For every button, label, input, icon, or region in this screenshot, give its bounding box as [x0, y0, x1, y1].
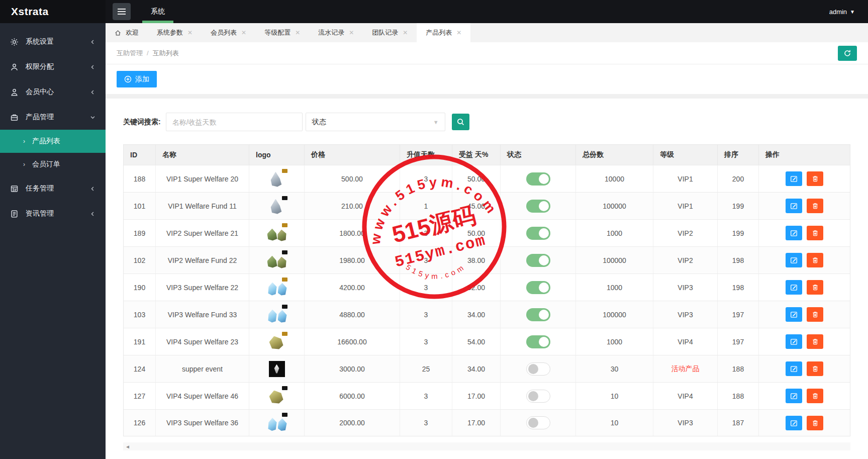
search-button[interactable] — [452, 114, 469, 130]
edit-button[interactable] — [786, 226, 802, 240]
topnav-item-system[interactable]: 系统 — [136, 0, 180, 23]
tab-label: 系统参数 — [157, 28, 183, 37]
sidebar-item-product-management[interactable]: 产品管理 — [0, 105, 106, 130]
keyword-search-input[interactable] — [166, 113, 303, 131]
cell-percent: 50.00 — [452, 220, 501, 246]
edit-button[interactable] — [786, 280, 802, 295]
status-toggle[interactable] — [526, 281, 550, 294]
status-toggle[interactable] — [526, 416, 550, 429]
cell-percent: 54.00 — [452, 328, 501, 355]
delete-button[interactable] — [807, 171, 823, 186]
delete-button[interactable] — [807, 361, 823, 376]
cell-price: 2000.00 — [305, 410, 400, 436]
close-icon[interactable]: ✕ — [403, 29, 408, 36]
cell-sort: 188 — [718, 383, 759, 409]
delete-button[interactable] — [807, 334, 823, 349]
status-select[interactable]: 状态 ▼ — [306, 113, 445, 131]
task-panel-icon — [10, 185, 19, 193]
status-toggle[interactable] — [526, 200, 550, 213]
tab[interactable]: 等级配置 ✕ — [255, 23, 309, 42]
cell-total: 100000 — [576, 247, 653, 273]
tab[interactable]: 流水记录 ✕ — [309, 23, 363, 42]
plus-circle-icon — [124, 75, 132, 83]
cell-percent: 34.00 — [452, 355, 501, 382]
sidebar-item-news-management[interactable]: 资讯管理 — [0, 201, 106, 226]
cell-id: 102 — [124, 247, 156, 273]
active-nav-underline — [142, 21, 173, 23]
cell-level: VIP3 — [653, 274, 718, 301]
cell-sort: 199 — [718, 220, 759, 246]
refresh-button[interactable] — [838, 46, 857, 61]
hamburger-menu-icon[interactable] — [113, 3, 131, 20]
sidebar-item-system-settings[interactable]: 系统设置 — [0, 29, 106, 54]
cell-price: 16600.00 — [305, 328, 400, 355]
status-toggle[interactable] — [526, 390, 550, 403]
delete-button[interactable] — [807, 389, 823, 403]
breadcrumb-parent[interactable]: 互助管理 — [117, 49, 143, 58]
status-toggle[interactable] — [526, 254, 550, 267]
status-toggle[interactable] — [526, 227, 550, 240]
close-icon[interactable]: ✕ — [349, 29, 354, 36]
cell-price: 1980.00 — [305, 247, 400, 273]
product-box-icon — [10, 113, 19, 122]
sidebar-item-label: 资讯管理 — [26, 209, 54, 218]
horizontal-scrollbar[interactable]: ◄ — [123, 442, 850, 450]
sidebar-item-task-management[interactable]: 任务管理 — [0, 176, 106, 201]
trash-icon — [812, 202, 819, 210]
refresh-icon — [843, 49, 851, 57]
tab[interactable]: 会员列表 ✕ — [202, 23, 255, 42]
cell-sort: 198 — [718, 247, 759, 273]
cell-total: 1000 — [576, 220, 653, 246]
edit-button[interactable] — [786, 199, 802, 213]
tab[interactable]: 欢迎 — [106, 23, 148, 42]
edit-icon — [790, 256, 798, 264]
add-button[interactable]: 添加 — [117, 71, 157, 87]
edit-button[interactable] — [786, 307, 802, 322]
chevron-down-icon — [90, 115, 95, 120]
edit-button[interactable] — [786, 361, 802, 376]
close-icon[interactable]: ✕ — [241, 29, 246, 36]
edit-button[interactable] — [786, 171, 802, 186]
tab[interactable]: 团队记录 ✕ — [363, 23, 417, 42]
sidebar-subitem-product-list[interactable]: › 产品列表 — [0, 130, 106, 153]
close-icon[interactable]: ✕ — [295, 29, 300, 36]
sidebar-item-permissions[interactable]: 权限分配 — [0, 54, 106, 79]
col-header-total: 总份数 — [576, 145, 653, 165]
edit-button[interactable] — [786, 416, 802, 430]
user-menu[interactable]: admin ▼ — [829, 0, 868, 23]
edit-button[interactable] — [786, 389, 802, 403]
cell-sort: 197 — [718, 328, 759, 355]
cell-name: VIP3 Welfare Fund 33 — [156, 301, 249, 328]
trash-icon — [812, 311, 819, 318]
submenu-arrow-icon: › — [23, 138, 25, 145]
status-toggle[interactable] — [526, 308, 550, 321]
product-logo-image — [265, 412, 288, 433]
delete-button[interactable] — [807, 253, 823, 267]
delete-button[interactable] — [807, 199, 823, 213]
scroll-left-arrow-icon[interactable]: ◄ — [125, 444, 130, 449]
edit-button[interactable] — [786, 334, 802, 349]
delete-button[interactable] — [807, 280, 823, 295]
status-toggle[interactable] — [526, 335, 550, 348]
sidebar-item-member-center[interactable]: 会员中心 — [0, 79, 106, 105]
cell-name: VIP1 Super Welfare 20 — [156, 165, 249, 192]
sidebar-subitem-member-orders[interactable]: › 会员订单 — [0, 153, 106, 176]
tab[interactable]: 系统参数 ✕ — [148, 23, 202, 42]
tab[interactable]: 产品列表 ✕ — [417, 23, 470, 42]
delete-button[interactable] — [807, 416, 823, 430]
delete-button[interactable] — [807, 307, 823, 322]
submenu-arrow-icon: › — [23, 161, 25, 168]
edit-button[interactable] — [786, 253, 802, 267]
cell-percent: 34.00 — [452, 301, 501, 328]
cell-logo — [249, 193, 305, 219]
cell-actions — [759, 165, 850, 192]
sidebar-subitem-label: 会员订单 — [32, 160, 60, 169]
status-toggle[interactable] — [526, 172, 550, 186]
col-header-logo: logo — [249, 145, 305, 165]
close-icon[interactable]: ✕ — [187, 29, 192, 36]
edit-icon — [790, 365, 798, 373]
cell-status — [501, 165, 576, 192]
status-toggle[interactable] — [526, 362, 550, 376]
delete-button[interactable] — [807, 226, 823, 240]
close-icon[interactable]: ✕ — [456, 29, 461, 36]
